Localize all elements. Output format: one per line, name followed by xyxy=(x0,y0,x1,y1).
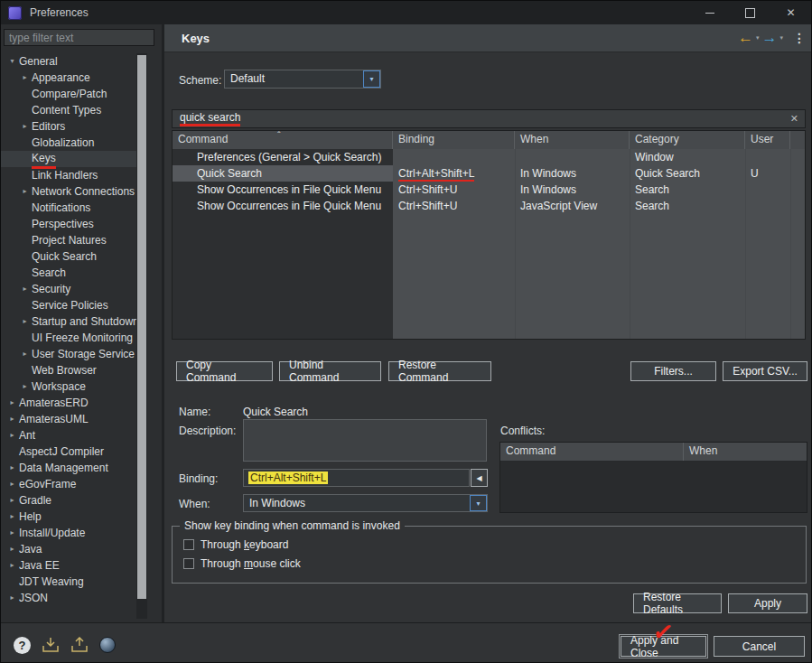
tree-expand-icon[interactable]: ▸ xyxy=(19,378,31,395)
when-dropdown-icon[interactable]: ▾ xyxy=(470,495,487,511)
tree-expand-icon[interactable]: ▸ xyxy=(6,411,18,427)
tree-expand-icon[interactable]: ▸ xyxy=(6,460,18,476)
tree-item[interactable]: ▸ Startup and Shutdown xyxy=(1,313,136,330)
column-header-binding[interactable]: Binding xyxy=(393,131,515,149)
through-mouse-row[interactable]: Through mouse click xyxy=(183,557,806,570)
filter-input[interactable] xyxy=(4,29,154,46)
tree-expand-icon[interactable]: ▸ xyxy=(6,395,18,411)
minimize-button[interactable] xyxy=(689,1,730,24)
description-field[interactable] xyxy=(243,419,487,462)
tree-item[interactable]: Compare/Patch xyxy=(1,86,136,102)
search-input[interactable]: quick search ✕ xyxy=(172,109,806,128)
unbind-command-button[interactable]: Unbind Command xyxy=(279,361,381,381)
tree-item[interactable]: Quick Search xyxy=(1,248,136,265)
apply-button[interactable]: Apply xyxy=(728,593,807,613)
tree-expand-icon[interactable]: ▸ xyxy=(6,509,18,525)
tree-item[interactable]: ▸ User Storage Service xyxy=(1,346,136,362)
export-preferences-icon[interactable] xyxy=(70,637,89,653)
conflicts-column-command[interactable]: Command xyxy=(500,443,684,461)
column-header-when[interactable]: When xyxy=(515,131,630,149)
tree-item[interactable]: JDT Weaving xyxy=(1,574,136,590)
table-row[interactable]: Quick Search Ctrl+Alt+Shift+L In Windows… xyxy=(173,165,805,182)
tree-scrollbar[interactable] xyxy=(136,53,147,619)
tree-expand-icon[interactable]: ▸ xyxy=(19,313,31,330)
tree-item[interactable]: Keys xyxy=(1,151,136,167)
tree-expand-icon[interactable]: ▸ xyxy=(19,281,31,297)
tree-item[interactable]: ▸ Install/Update xyxy=(1,525,136,541)
restore-command-button[interactable]: Restore Command xyxy=(388,361,491,381)
back-icon[interactable]: ← xyxy=(738,29,753,47)
tree-item[interactable]: ▸ Help xyxy=(1,509,136,525)
close-button[interactable]: ✕ xyxy=(770,1,811,24)
tree-scrollbar-thumb[interactable] xyxy=(137,55,146,599)
through-keyboard-checkbox[interactable] xyxy=(183,539,194,550)
tree-expand-icon[interactable]: ▸ xyxy=(6,427,18,444)
tree-item[interactable]: ▸ Java xyxy=(1,541,136,557)
help-icon[interactable]: ? xyxy=(14,637,31,654)
filters-button[interactable]: Filters... xyxy=(630,361,716,381)
tree-item[interactable]: Service Policies xyxy=(1,297,136,313)
tree-expand-icon[interactable]: ▾ xyxy=(6,53,18,70)
tree-item[interactable]: ▸ Workspace xyxy=(1,378,136,395)
binding-input[interactable]: Ctrl+Alt+Shift+L xyxy=(243,469,470,487)
tree-item[interactable]: ▸ Gradle xyxy=(1,492,136,509)
tree-item[interactable]: ▸ AmaterasUML xyxy=(1,411,136,427)
copy-command-button[interactable]: Copy Command xyxy=(176,361,273,381)
through-mouse-checkbox[interactable] xyxy=(183,558,194,569)
tree-item[interactable]: Globalization xyxy=(1,135,136,151)
scheme-dropdown-icon[interactable]: ▾ xyxy=(363,70,380,88)
binding-reverse-button[interactable]: ◀ xyxy=(471,469,488,487)
tree-item[interactable]: ▸ Security xyxy=(1,281,136,297)
forward-icon[interactable]: → xyxy=(761,29,777,47)
tree-item[interactable]: Link Handlers xyxy=(1,167,136,183)
tree-item[interactable]: ▸ JSON xyxy=(1,590,136,606)
tree-item[interactable]: ▸ eGovFrame xyxy=(1,476,136,492)
tree-item[interactable]: Perspectives xyxy=(1,216,136,232)
cancel-button[interactable]: Cancel xyxy=(714,636,805,657)
tree-item[interactable]: ▸ Appearance xyxy=(1,70,136,86)
column-header-category[interactable]: Category xyxy=(630,131,745,149)
column-header-user[interactable]: User xyxy=(745,131,790,149)
tree-expand-icon[interactable]: ▸ xyxy=(6,525,18,541)
search-clear-icon[interactable]: ✕ xyxy=(790,113,798,125)
tree-expand-icon[interactable]: ▸ xyxy=(6,541,18,557)
conflicts-column-when[interactable]: When xyxy=(684,443,807,461)
tree-expand-icon[interactable]: ▸ xyxy=(19,70,31,86)
scheme-combo[interactable]: Default ▾ xyxy=(224,70,381,89)
tree-expand-icon[interactable]: ▸ xyxy=(6,492,18,509)
import-preferences-icon[interactable] xyxy=(42,637,60,653)
tree-item[interactable]: ▸ Data Management xyxy=(1,460,136,476)
tree-item[interactable]: Notifications xyxy=(1,200,136,216)
tree-item[interactable]: UI Freeze Monitoring xyxy=(1,330,136,346)
forward-dropdown-icon[interactable]: ▾ xyxy=(779,34,783,42)
table-row[interactable]: Show Occurrences in File Quick Menu Ctrl… xyxy=(173,198,805,214)
tree-item[interactable]: AspectJ Compiler xyxy=(1,444,136,460)
tree-item[interactable]: ▸ Network Connections xyxy=(1,183,136,200)
tree-item[interactable]: Content Types xyxy=(1,102,136,118)
tree-expand-icon[interactable]: ▸ xyxy=(19,183,31,200)
through-keyboard-row[interactable]: Through keyboard xyxy=(183,538,806,551)
tree-item[interactable]: ▸ AmaterasERD xyxy=(1,395,136,411)
tree-expand-icon[interactable]: ▸ xyxy=(6,476,18,492)
tree-item[interactable]: Search xyxy=(1,265,136,281)
tree-expand-icon[interactable]: ▸ xyxy=(6,590,18,606)
tree-item[interactable]: Project Natures xyxy=(1,232,136,248)
tree-expand-icon[interactable]: ▸ xyxy=(19,346,31,362)
tree-expand-icon[interactable]: ▸ xyxy=(19,118,31,135)
view-menu-icon[interactable]: ⋮ xyxy=(793,31,806,45)
table-row[interactable]: Preferences (General > Quick Search) Win… xyxy=(173,149,805,165)
column-header-command[interactable]: Command ˆ xyxy=(173,131,393,149)
tree-expand-icon[interactable]: ▸ xyxy=(6,557,18,574)
when-combo[interactable]: In Windows ▾ xyxy=(243,494,488,512)
back-dropdown-icon[interactable]: ▾ xyxy=(756,34,760,42)
tree-item[interactable]: ▾ General xyxy=(1,53,136,70)
tree-item[interactable]: Web Browser xyxy=(1,362,136,378)
restore-defaults-button[interactable]: Restore Defaults xyxy=(633,593,722,613)
oomph-recorder-icon[interactable] xyxy=(99,637,116,653)
export-csv-button[interactable]: Export CSV... xyxy=(723,361,807,381)
tree-item[interactable]: ▸ Java EE xyxy=(1,557,136,574)
tree-item[interactable]: ▸ Ant xyxy=(1,427,136,444)
table-row[interactable]: Show Occurrences in File Quick Menu Ctrl… xyxy=(173,182,805,198)
tree-item[interactable]: ▸ Editors xyxy=(1,118,136,135)
maximize-button[interactable] xyxy=(730,1,770,24)
